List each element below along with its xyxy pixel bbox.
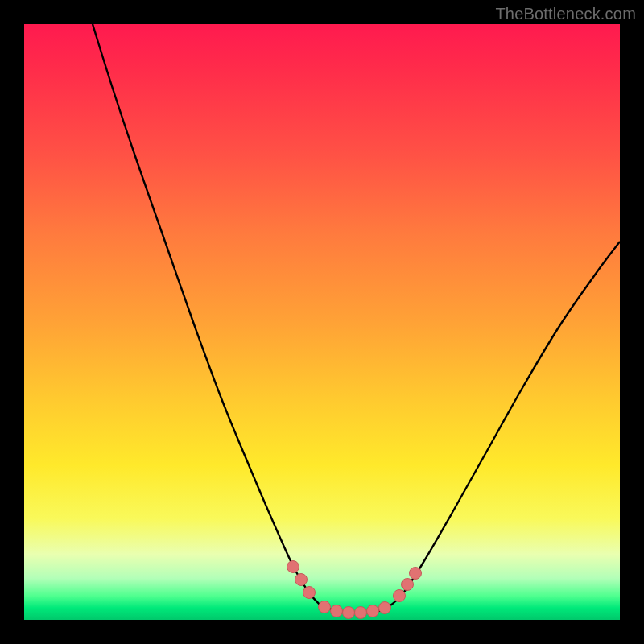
flat-marker-5: [367, 605, 379, 617]
flat-marker-2: [331, 605, 343, 617]
flat-marker-4: [355, 607, 367, 619]
chart-svg: [24, 24, 620, 620]
watermark-text: TheBottleneck.com: [495, 5, 636, 23]
bottleneck-curve-left: [93, 24, 320, 605]
left-marker-1: [287, 561, 299, 573]
chart-frame: TheBottleneck.com: [0, 0, 644, 644]
left-marker-2: [295, 574, 308, 586]
flat-marker-3: [343, 607, 355, 619]
flat-marker-6: [379, 602, 391, 614]
flat-marker-1: [319, 601, 331, 613]
left-marker-3: [303, 587, 316, 599]
right-marker-3: [410, 568, 422, 580]
bottleneck-curve-right: [390, 242, 620, 605]
chart-gradient-area: [24, 24, 620, 620]
right-marker-2: [402, 579, 414, 591]
marker-group: [287, 561, 422, 619]
right-marker-1: [394, 590, 406, 602]
